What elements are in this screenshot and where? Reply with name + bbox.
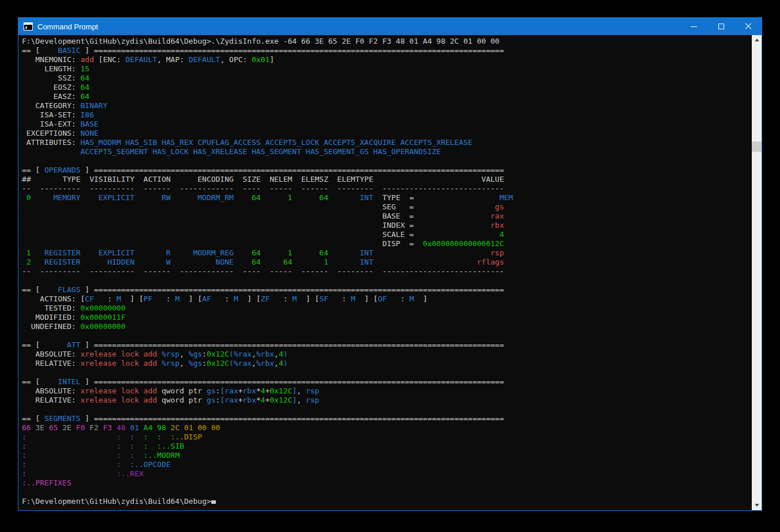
terminal-line: == [ INTEL ] ===========================…: [22, 377, 752, 386]
terminal-line: == [ SEGMENTS ] ========================…: [22, 414, 752, 423]
terminal-text-span: 98: [157, 423, 170, 432]
close-icon: [745, 23, 752, 30]
close-button[interactable]: [735, 18, 762, 35]
terminal-text-span: ,: [252, 359, 256, 368]
terminal-text-span: :: [202, 359, 207, 368]
terminal-line: == [ FLAGS ] ===========================…: [22, 285, 752, 294]
terminal-text-span: MEM: [490, 193, 513, 202]
terminal-text-span: DEFAULT: [189, 55, 220, 64]
terminal-text-span: UNDEFINED:: [22, 322, 81, 331]
terminal-text-span: ABSOLUTE:: [22, 350, 81, 358]
terminal-text-span: :: [270, 294, 292, 303]
terminal-text-span: 0x12C: [207, 359, 229, 368]
terminal-text-span: :..OPCODE: [130, 460, 170, 469]
terminal-text-span: *: [256, 386, 261, 395]
terminal-line: ABSOLUTE: xrelease lock add %rsp, %gs:0x…: [22, 350, 752, 359]
scrollbar-down-button[interactable]: [752, 500, 762, 510]
terminal-text-span: :: [143, 442, 148, 450]
terminal-line: MNEMONIC: add [ENC: DEFAULT, MAP: DEFAUL…: [22, 55, 752, 64]
terminal-text-span: %gs: [189, 350, 202, 358]
terminal-text-span: AF: [202, 294, 211, 303]
terminal-text-span: SSZ:: [22, 74, 81, 82]
terminal-text-span: [26, 451, 117, 460]
maximize-button[interactable]: [707, 18, 735, 35]
terminal-text-span: :: [328, 294, 351, 303]
terminal-text-span: REGISTER HIDDEN W NONE: [31, 258, 234, 266]
terminal-text-span: DISP =: [22, 239, 423, 248]
terminal-line: [22, 405, 752, 414]
console-app-icon[interactable]: [24, 22, 33, 30]
terminal-text-span: rbx: [243, 396, 256, 404]
terminal-text-span: :: [387, 294, 409, 303]
terminal-line: EXCEPTIONS: NONE: [22, 129, 752, 138]
terminal-line: RELATIVE: xrelease lock add qword ptr gs…: [22, 396, 752, 405]
vertical-scrollbar[interactable]: [752, 35, 762, 510]
terminal-text-span: 2E: [62, 423, 75, 432]
terminal-line: 0 MEMORY EXPLICIT RW MODRM_RM 64 1 64 IN…: [22, 193, 752, 202]
terminal-text-span: :: [130, 433, 135, 441]
terminal-line: SSZ: 64: [22, 74, 752, 83]
terminal-text-span: 0x00000000: [81, 322, 125, 331]
maximize-icon: [718, 24, 724, 29]
terminal-text-span: ] ======================================…: [81, 377, 504, 386]
terminal-text-span: [26, 442, 117, 450]
terminal-text-span: ZF: [261, 294, 270, 303]
terminal-text-span: BASE =: [22, 212, 490, 220]
scrollbar-thumb[interactable]: [752, 141, 762, 152]
arrow-up-icon: [755, 39, 759, 41]
terminal-text-span: rbx: [243, 386, 256, 395]
terminal-line: == [ ATT ] =============================…: [22, 340, 752, 350]
terminal-text-span: ,: [180, 350, 189, 358]
terminal-output[interactable]: F:\Development\GitHub\zydis\Build64\Debu…: [18, 35, 752, 510]
terminal-text-span: :..DISP: [170, 433, 202, 441]
terminal-text-span: ABSOLUTE:: [22, 386, 81, 395]
scrollbar-up-button[interactable]: [752, 35, 762, 45]
terminal-text-span: 64 1 64: [234, 248, 328, 257]
terminal-text-span: rsp: [306, 386, 319, 395]
terminal-text-span: CF: [85, 294, 94, 303]
terminal-line: [22, 276, 752, 285]
terminal-line: -- --------- ---------- ------ ---------…: [22, 267, 752, 276]
terminal-text-span: gs: [207, 386, 216, 395]
terminal-line: -- --------- ---------- ------ ---------…: [22, 184, 752, 193]
terminal-text-span: ] [: [297, 294, 319, 303]
terminal-text-span: :: [202, 350, 207, 358]
terminal-text-span: qword ptr: [162, 396, 207, 404]
terminal-text-span: ISA-SET:: [22, 110, 81, 119]
terminal-text-span: 2C 01 00 00: [170, 423, 220, 432]
terminal-text-span: :: [22, 442, 26, 450]
terminal-text-span: ] ======================================…: [81, 166, 504, 174]
terminal-line: ACCEPTS_SEGMENT HAS_LOCK HAS_XRELEASE HA…: [22, 147, 752, 156]
terminal-text-span: rsp: [490, 248, 504, 257]
terminal-text-span: EXCEPTIONS:: [22, 129, 81, 137]
terminal-line: 1 REGISTER EXPLICIT R MODRM_REG 64 1 64 …: [22, 248, 752, 258]
terminal-text-span: xrelease lock add: [81, 359, 162, 368]
terminal-text-span: 66: [22, 423, 35, 432]
terminal-line: DISP = 0x000000000000012C: [22, 239, 752, 248]
terminal-text-span: RELATIVE:: [22, 396, 81, 404]
terminal-text-span: M: [409, 294, 414, 303]
terminal-text-span: rbx: [490, 221, 504, 229]
terminal-text-span: 48: [116, 423, 130, 432]
terminal-text-span: F3: [103, 423, 116, 432]
terminal-text-span: :..PREFIXES: [22, 479, 71, 487]
terminal-text-span: :: [130, 442, 135, 450]
terminal-text-span: 0x0000011F: [81, 313, 125, 322]
terminal-line: MODIFIED: 0x0000011F: [22, 313, 752, 322]
terminal-text-span: 3E: [35, 423, 48, 432]
terminal-text-span: +: [265, 386, 270, 395]
terminal-text-span: ACTIONS: [: [22, 294, 85, 303]
terminal-line: : : : : :..SIB: [22, 442, 752, 451]
terminal-line: RELATIVE: xrelease lock add %rsp, %gs:0x…: [22, 359, 752, 368]
terminal-text-span: -- --------- ---------- ------ ---------…: [22, 267, 504, 275]
minimize-button[interactable]: [680, 18, 707, 35]
terminal-text-span: *: [256, 396, 261, 404]
terminal-text-span: TESTED:: [22, 304, 81, 312]
terminal-text-span: 4: [261, 396, 265, 404]
terminal-text-span: gs: [495, 202, 504, 211]
title-bar[interactable]: Command Prompt: [18, 18, 762, 35]
terminal-text-span: [135, 433, 144, 441]
terminal-text-span: %rbx: [256, 359, 274, 368]
terminal-text-span: 4: [500, 230, 504, 239]
terminal-text-span: %rsp: [162, 359, 180, 368]
